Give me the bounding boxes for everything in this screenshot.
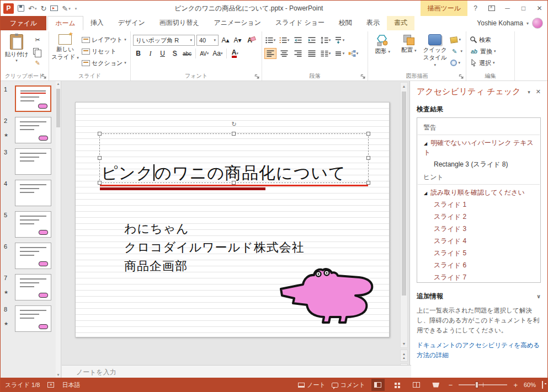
- slide-body-line[interactable]: わにちゃん: [124, 219, 305, 238]
- scroll-up-icon[interactable]: ▲: [56, 82, 61, 85]
- close-button[interactable]: ✕: [531, 1, 547, 16]
- zoom-level[interactable]: 60%: [524, 382, 536, 388]
- fit-slide-to-window-button[interactable]: [542, 382, 543, 388]
- columns-button[interactable]: ▾: [320, 48, 332, 59]
- clipboard-dialog-launcher[interactable]: [41, 74, 47, 79]
- result-item[interactable]: スライド 4: [417, 235, 540, 248]
- increase-indent-button[interactable]: [306, 35, 318, 46]
- editor-scrollbar-thumb[interactable]: [402, 92, 406, 296]
- font-name-combobox[interactable]: りいポップ角 R▾: [133, 35, 195, 46]
- new-slide-button[interactable]: 新しい スライド ▾: [51, 33, 79, 72]
- pen-mode-button[interactable]: ✎▾: [62, 5, 70, 12]
- resize-handle-se[interactable]: [366, 181, 370, 185]
- thumbnail-preview[interactable]: [15, 305, 51, 332]
- thumbnail-preview[interactable]: [15, 148, 51, 175]
- grow-font-button[interactable]: A▴: [220, 35, 231, 46]
- result-item[interactable]: Rectangle 3 (スライド 8): [417, 159, 540, 171]
- replace-button[interactable]: ab置換▾: [469, 46, 497, 56]
- resize-handle-w[interactable]: [98, 156, 102, 160]
- result-item[interactable]: スライド 7: [417, 272, 540, 283]
- shape-fill-button[interactable]: ▾: [449, 35, 464, 45]
- result-rule[interactable]: ◢読み取り順を確認してください: [417, 186, 540, 199]
- scroll-down-icon[interactable]: ▼: [401, 342, 407, 346]
- previous-slide-button[interactable]: ▲▲: [400, 350, 408, 362]
- resize-handle-nw[interactable]: [98, 132, 102, 136]
- tab-format-contextual[interactable]: 書式: [387, 16, 414, 30]
- zoom-slider[interactable]: [459, 384, 507, 385]
- tab-挿入[interactable]: 挿入: [83, 16, 111, 30]
- bullets-button[interactable]: ▾: [264, 35, 276, 46]
- save-button[interactable]: [18, 5, 24, 12]
- drawing-dialog-launcher[interactable]: [459, 74, 464, 79]
- thumbnail-preview[interactable]: [15, 211, 51, 238]
- paragraph-dialog-launcher[interactable]: [360, 74, 366, 79]
- resize-handle-e[interactable]: [366, 156, 370, 160]
- slide-title-text[interactable]: ピンクのワニの商品化について: [101, 162, 346, 185]
- align-right-button[interactable]: [292, 48, 304, 59]
- format-painter-button[interactable]: ✎: [32, 58, 43, 68]
- clear-formatting-button[interactable]: A: [244, 35, 255, 46]
- slide-thumbnail-7[interactable]: 7★: [4, 274, 61, 300]
- tab-表示[interactable]: 表示: [359, 16, 387, 30]
- powerpoint-app-icon[interactable]: P: [3, 3, 14, 14]
- convert-to-smartart-button[interactable]: ▾: [347, 48, 359, 59]
- pane-menu-button[interactable]: ▾: [528, 89, 530, 95]
- result-item[interactable]: スライド 2: [417, 211, 540, 223]
- slide-body-line[interactable]: 商品企画部: [124, 257, 305, 276]
- tab-アニメーション[interactable]: アニメーション: [206, 16, 268, 30]
- underline-button[interactable]: U: [157, 48, 168, 59]
- line-spacing-button[interactable]: ▾: [320, 35, 332, 46]
- slide-body-text[interactable]: わにちゃんクロコダイルワールド株式会社商品企画部: [124, 219, 305, 276]
- thumbnail-preview[interactable]: [15, 243, 51, 269]
- minimize-button[interactable]: ─: [499, 1, 515, 16]
- reading-view-button[interactable]: [410, 379, 423, 391]
- font-dialog-launcher[interactable]: [254, 74, 260, 79]
- slide-thumbnail-2[interactable]: 2★: [4, 117, 61, 143]
- slide-canvas[interactable]: ↻ ピンクのワニの商品化について わにちゃんクロコダイルワールド株式会社商品企画…: [75, 102, 390, 337]
- slide-thumbnail-6[interactable]: 6: [4, 243, 61, 269]
- result-item[interactable]: スライド 3: [417, 223, 540, 235]
- resize-handle-ne[interactable]: [366, 132, 370, 136]
- arrange-button[interactable]: 配置 ▾: [397, 33, 422, 72]
- layout-button[interactable]: レイアウト▾: [81, 35, 127, 45]
- select-button[interactable]: 選択▾: [469, 58, 497, 68]
- quick-styles-button[interactable]: クイック スタイル▾: [423, 33, 448, 72]
- start-slideshow-button[interactable]: [50, 6, 58, 11]
- slideshow-view-button[interactable]: [429, 379, 443, 391]
- notes-toggle-button[interactable]: ノート: [298, 381, 326, 389]
- thumbnail-preview[interactable]: [15, 274, 51, 300]
- result-item[interactable]: スライド 5: [417, 248, 540, 260]
- thumbnail-preview[interactable]: [15, 85, 51, 112]
- account-area[interactable]: Yoshie Kohama ▾: [477, 16, 543, 30]
- editor-vertical-scrollbar[interactable]: ▲ ▼: [400, 82, 408, 348]
- shape-effects-button[interactable]: ▾: [449, 58, 464, 68]
- bold-button[interactable]: B: [133, 48, 143, 59]
- additional-info-heading[interactable]: 追加情報 ∨: [417, 292, 541, 301]
- decrease-indent-button[interactable]: [292, 35, 304, 46]
- copy-button[interactable]: [32, 46, 43, 56]
- maximize-button[interactable]: □: [515, 1, 531, 16]
- proofing-status-button[interactable]: ✕: [47, 382, 54, 388]
- slide-thumbnail-5[interactable]: 5: [4, 211, 61, 238]
- slide-thumbnail-1[interactable]: 1: [4, 85, 61, 112]
- font-color-button[interactable]: A▾: [230, 48, 240, 59]
- scroll-down-icon[interactable]: ▼: [56, 373, 61, 377]
- tab-デザイン[interactable]: デザイン: [111, 16, 152, 30]
- tab-校閲[interactable]: 校閲: [332, 16, 359, 30]
- tab-file[interactable]: ファイル: [1, 16, 46, 30]
- accessibility-help-link[interactable]: ドキュメントのアクセシビリティを高める方法の詳細: [417, 341, 541, 360]
- pane-close-button[interactable]: ✕: [536, 88, 541, 95]
- change-case-button[interactable]: Aa▾: [211, 48, 224, 59]
- text-shadow-button[interactable]: S: [169, 48, 180, 59]
- slide-body-line[interactable]: クロコダイルワールド株式会社: [124, 238, 305, 257]
- align-center-button[interactable]: [278, 48, 290, 59]
- paste-button[interactable]: 貼り付け ▾: [3, 33, 30, 72]
- slide-thumbnail-3[interactable]: 3: [4, 148, 61, 175]
- undo-button[interactable]: ↶▾: [28, 5, 36, 12]
- section-button[interactable]: セクション▾: [81, 58, 127, 68]
- thumbnail-scrollbar[interactable]: ▲ ▼: [56, 81, 61, 378]
- character-spacing-button[interactable]: AV▾: [199, 48, 210, 59]
- align-text-button[interactable]: ▾: [333, 48, 345, 59]
- ribbon-display-options-button[interactable]: [483, 1, 499, 16]
- shapes-button[interactable]: 図形 ▾: [370, 33, 395, 72]
